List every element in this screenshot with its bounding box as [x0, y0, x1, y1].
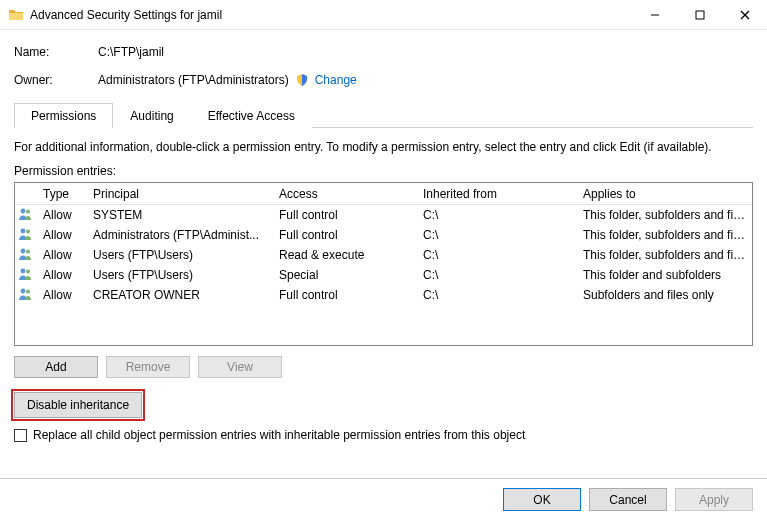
cell-access: Full control	[273, 288, 417, 302]
svg-point-10	[21, 268, 26, 273]
close-button[interactable]	[722, 0, 767, 29]
cell-inherited: C:\	[417, 228, 577, 242]
table-row[interactable]: AllowAdministrators (FTP\Administ...Full…	[15, 225, 752, 245]
close-icon	[740, 10, 750, 20]
users-icon	[18, 247, 34, 261]
cell-access: Read & execute	[273, 248, 417, 262]
cell-inherited: C:\	[417, 248, 577, 262]
remove-button: Remove	[106, 356, 190, 378]
cell-applies: This folder, subfolders and files	[577, 248, 752, 262]
header-inherited[interactable]: Inherited from	[417, 187, 577, 201]
owner-label: Owner:	[14, 73, 98, 87]
svg-rect-1	[696, 11, 704, 19]
maximize-button[interactable]	[677, 0, 722, 29]
title-bar: Advanced Security Settings for jamil	[0, 0, 767, 30]
cell-type: Allow	[37, 228, 87, 242]
replace-entries-label: Replace all child object permission entr…	[33, 428, 525, 442]
cell-access: Full control	[273, 208, 417, 222]
apply-button: Apply	[675, 488, 753, 511]
cell-principal: SYSTEM	[87, 208, 273, 222]
table-row[interactable]: AllowUsers (FTP\Users)Read & executeC:\T…	[15, 245, 752, 265]
name-value: C:\FTP\jamil	[98, 45, 164, 59]
cell-principal: Users (FTP\Users)	[87, 248, 273, 262]
cancel-button[interactable]: Cancel	[589, 488, 667, 511]
tab-bar: Permissions Auditing Effective Access	[14, 102, 753, 128]
table-row[interactable]: AllowCREATOR OWNERFull controlC:\Subfold…	[15, 285, 752, 305]
cell-type: Allow	[37, 268, 87, 282]
table-header: Type Principal Access Inherited from App…	[15, 183, 752, 205]
header-principal[interactable]: Principal	[87, 187, 273, 201]
owner-value: Administrators (FTP\Administrators)	[98, 73, 289, 87]
header-access[interactable]: Access	[273, 187, 417, 201]
users-icon	[18, 227, 34, 241]
tab-auditing[interactable]: Auditing	[113, 103, 190, 128]
svg-point-13	[26, 289, 30, 293]
cell-principal: Administrators (FTP\Administ...	[87, 228, 273, 242]
maximize-icon	[695, 10, 705, 20]
tab-permissions[interactable]: Permissions	[14, 103, 113, 128]
minimize-icon	[650, 10, 660, 20]
entries-label: Permission entries:	[14, 164, 753, 178]
users-icon	[18, 267, 34, 281]
svg-point-8	[21, 248, 26, 253]
svg-point-6	[21, 228, 26, 233]
cell-principal: Users (FTP\Users)	[87, 268, 273, 282]
name-label: Name:	[14, 45, 98, 59]
replace-entries-checkbox[interactable]	[14, 429, 27, 442]
cell-applies: This folder and subfolders	[577, 268, 752, 282]
cell-access: Special	[273, 268, 417, 282]
cell-applies: This folder, subfolders and files	[577, 228, 752, 242]
view-button: View	[198, 356, 282, 378]
header-applies[interactable]: Applies to	[577, 187, 752, 201]
svg-point-4	[21, 208, 26, 213]
cell-type: Allow	[37, 248, 87, 262]
svg-point-5	[26, 209, 30, 213]
change-owner-link[interactable]: Change	[315, 73, 357, 87]
users-icon	[18, 287, 34, 301]
svg-point-12	[21, 288, 26, 293]
disable-inheritance-button[interactable]: Disable inheritance	[14, 392, 142, 418]
ok-button[interactable]: OK	[503, 488, 581, 511]
table-row[interactable]: AllowUsers (FTP\Users)SpecialC:\This fol…	[15, 265, 752, 285]
cell-inherited: C:\	[417, 208, 577, 222]
folder-icon	[8, 7, 24, 23]
cell-access: Full control	[273, 228, 417, 242]
users-icon	[18, 207, 34, 221]
cell-applies: Subfolders and files only	[577, 288, 752, 302]
cell-inherited: C:\	[417, 268, 577, 282]
info-text: For additional information, double-click…	[14, 140, 753, 154]
table-row[interactable]: AllowSYSTEMFull controlC:\This folder, s…	[15, 205, 752, 225]
cell-inherited: C:\	[417, 288, 577, 302]
svg-point-9	[26, 249, 30, 253]
shield-icon	[295, 73, 309, 87]
cell-type: Allow	[37, 208, 87, 222]
dialog-footer: OK Cancel Apply	[0, 478, 767, 520]
add-button[interactable]: Add	[14, 356, 98, 378]
tab-effective-access[interactable]: Effective Access	[191, 103, 312, 128]
cell-type: Allow	[37, 288, 87, 302]
svg-point-11	[26, 269, 30, 273]
header-type[interactable]: Type	[37, 187, 87, 201]
svg-point-7	[26, 229, 30, 233]
cell-principal: CREATOR OWNER	[87, 288, 273, 302]
minimize-button[interactable]	[632, 0, 677, 29]
permissions-table: Type Principal Access Inherited from App…	[14, 182, 753, 346]
window-title: Advanced Security Settings for jamil	[30, 8, 632, 22]
cell-applies: This folder, subfolders and files	[577, 208, 752, 222]
